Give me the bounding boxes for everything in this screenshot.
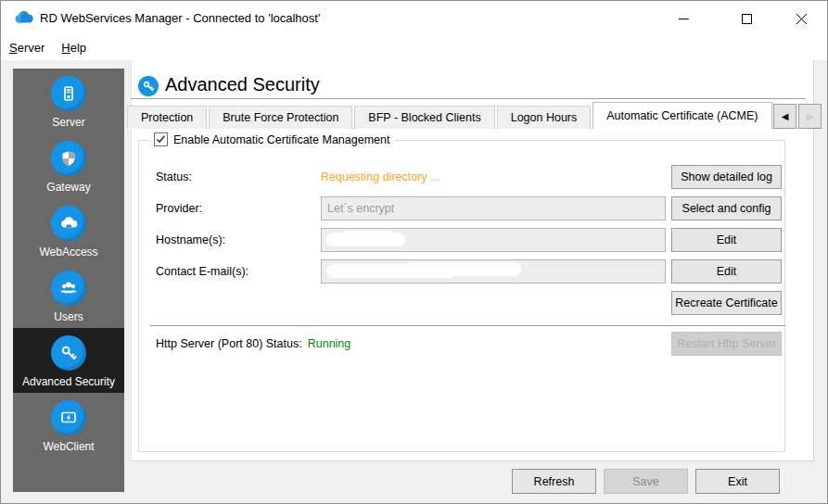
window-title: RD WebServices Manager - Connected to 'l… [40,11,320,25]
tab-logon-hours[interactable]: Logon Hours [497,106,592,129]
provider-field: Let`s encrypt [321,196,666,220]
redaction-blob [405,262,521,276]
sidebar-item-advanced-security[interactable]: Advanced Security [13,328,124,393]
monitor-icon [51,400,86,435]
page-title: Advanced Security [165,74,320,95]
sidebar-item-label: WebAccess [39,246,97,258]
http-server-status-label: Http Server (Port 80) Status: [156,337,302,350]
app-cloud-icon [13,8,33,29]
http-server-status-row: Http Server (Port 80) Status: Running [156,337,350,350]
hostnames-field [321,228,666,252]
sidebar-item-gateway[interactable]: Gateway [13,133,124,198]
sidebar: Server Gateway WebAccess [13,69,124,492]
tab-brute-force-protection[interactable]: Brute Force Protection [209,106,352,129]
recreate-certificate-button[interactable]: Recreate Certificate [671,291,782,315]
menu-bar: Server Help [1,36,827,60]
status-label: Status: [156,170,192,183]
users-icon [51,271,86,306]
tab-protection[interactable]: Protection [127,106,207,129]
section-divider [150,325,785,326]
maximize-button[interactable] [725,1,768,36]
restart-http-server-button[interactable]: Restart Http Server [671,332,782,356]
save-button[interactable]: Save [604,469,688,494]
hostnames-label: Hostname(s): [156,233,225,246]
status-value: Requesting directory ... [321,170,440,183]
menu-server[interactable]: Server [1,36,53,60]
menu-help[interactable]: Help [53,36,95,60]
sidebar-item-webaccess[interactable]: WebAccess [13,198,124,263]
tab-automatic-certificate-acme[interactable]: Automatic Certificate (ACME) [592,102,771,129]
tab-bfp-blocked-clients[interactable]: BFP - Blocked Clients [354,106,494,129]
edit-contacts-button[interactable]: Edit [671,259,782,284]
server-icon [51,76,86,111]
sidebar-item-label: Server [52,116,84,129]
cloud-icon [51,206,86,241]
title-bar: RD WebServices Manager - Connected to 'l… [1,1,827,36]
page-key-icon [138,76,159,96]
enable-acme-checkbox[interactable] [154,132,168,146]
minimize-button[interactable] [662,1,705,36]
key-icon [51,335,86,371]
http-server-status-value: Running [308,337,351,350]
edit-hostnames-button[interactable]: Edit [671,228,782,252]
contacts-field [321,259,666,284]
sidebar-item-server[interactable]: Server [13,69,124,133]
groupbox-legend: Enable Automatic Certificate Management [149,132,394,146]
shield-icon [51,141,86,176]
app-window: RD WebServices Manager - Connected to 'l… [0,0,828,504]
title-underline [131,98,806,99]
sidebar-item-label: WebClient [43,440,94,453]
close-button[interactable] [780,1,822,36]
contacts-label: Contact E-mail(s): [156,265,248,278]
sidebar-item-label: Users [54,310,83,323]
sidebar-item-webclient[interactable]: WebClient [13,393,124,458]
tab-strip: Protection Brute Force Protection BFP - … [127,102,772,129]
groupbox-title: Enable Automatic Certificate Management [173,133,389,146]
select-and-config-button[interactable]: Select and config [671,196,782,220]
sidebar-item-label: Gateway [46,181,90,194]
provider-label: Provider: [156,202,202,215]
acme-groupbox: Enable Automatic Certificate Management … [138,140,785,452]
redaction-blob [340,231,396,245]
sidebar-item-users[interactable]: Users [13,263,124,328]
refresh-button[interactable]: Refresh [512,469,596,494]
sidebar-item-label: Advanced Security [22,375,115,388]
exit-button[interactable]: Exit [695,469,780,494]
tab-scroll-left-icon[interactable]: ◀ [773,104,796,129]
show-detailed-log-button[interactable]: Show detailed log [671,165,782,189]
tab-scroll-right-icon[interactable]: ▶ [798,104,822,129]
